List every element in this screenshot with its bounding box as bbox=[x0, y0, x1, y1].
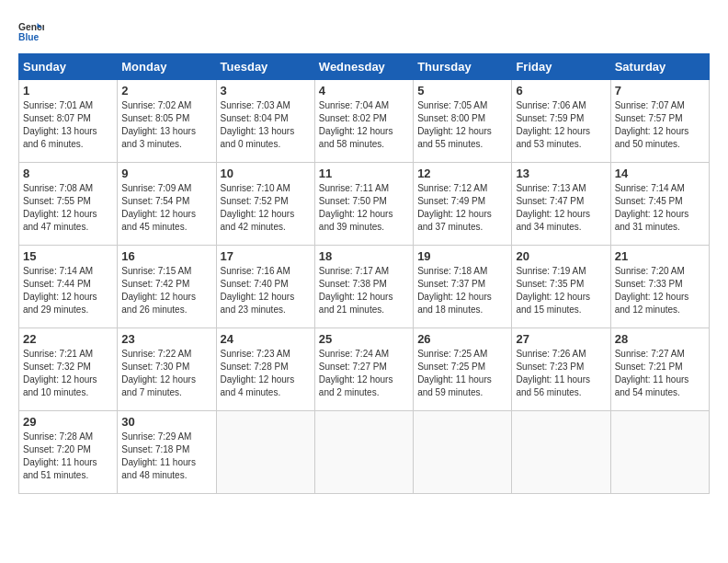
day-info: Sunrise: 7:09 AM Sunset: 7:54 PM Dayligh… bbox=[121, 182, 211, 234]
sunset: Sunset: 7:57 PM bbox=[615, 113, 683, 123]
day-cell-30: 30 Sunrise: 7:29 AM Sunset: 7:18 PM Dayl… bbox=[118, 411, 216, 494]
sunrise: Sunrise: 7:15 AM bbox=[121, 266, 191, 276]
sunrise: Sunrise: 7:28 AM bbox=[23, 431, 93, 442]
day-info: Sunrise: 7:23 AM Sunset: 7:28 PM Dayligh… bbox=[221, 348, 311, 399]
day-info: Sunrise: 7:10 AM Sunset: 7:52 PM Dayligh… bbox=[221, 182, 311, 234]
daylight: Daylight: 12 hours and 45 minutes. bbox=[121, 209, 196, 232]
sunset: Sunset: 7:27 PM bbox=[319, 362, 387, 372]
calendar-header-row: SundayMondayTuesdayWednesdayThursdayFrid… bbox=[19, 54, 710, 80]
daylight: Daylight: 12 hours and 21 minutes. bbox=[319, 292, 393, 315]
sunrise: Sunrise: 7:01 AM bbox=[23, 100, 93, 110]
day-cell-25: 25 Sunrise: 7:24 AM Sunset: 7:27 PM Dayl… bbox=[314, 328, 413, 411]
day-number: 6 bbox=[516, 84, 606, 98]
day-info: Sunrise: 7:27 AM Sunset: 7:21 PM Dayligh… bbox=[615, 348, 705, 399]
daylight: Daylight: 12 hours and 55 minutes. bbox=[417, 126, 492, 149]
sunrise: Sunrise: 7:29 AM bbox=[121, 431, 191, 442]
sunset: Sunset: 8:04 PM bbox=[221, 113, 289, 123]
daylight: Daylight: 12 hours and 26 minutes. bbox=[121, 292, 196, 315]
daylight: Daylight: 12 hours and 53 minutes. bbox=[516, 126, 590, 149]
day-cell-20: 20 Sunrise: 7:19 AM Sunset: 7:35 PM Dayl… bbox=[512, 246, 610, 328]
day-number: 9 bbox=[121, 167, 211, 180]
day-info: Sunrise: 7:03 AM Sunset: 8:04 PM Dayligh… bbox=[221, 99, 311, 151]
day-number: 15 bbox=[23, 249, 113, 263]
logo-icon: General Blue bbox=[18, 18, 44, 44]
daylight: Daylight: 12 hours and 2 minutes. bbox=[319, 374, 393, 397]
sunrise: Sunrise: 7:16 AM bbox=[221, 266, 290, 276]
day-info: Sunrise: 7:14 AM Sunset: 7:44 PM Dayligh… bbox=[23, 265, 113, 316]
daylight: Daylight: 11 hours and 54 minutes. bbox=[615, 374, 689, 397]
sunrise: Sunrise: 7:11 AM bbox=[319, 183, 389, 193]
daylight: Daylight: 13 hours and 6 minutes. bbox=[23, 126, 97, 149]
day-number: 8 bbox=[23, 167, 113, 180]
calendar-header-wednesday: Wednesday bbox=[314, 54, 413, 80]
day-info: Sunrise: 7:29 AM Sunset: 7:18 PM Dayligh… bbox=[121, 431, 211, 482]
sunrise: Sunrise: 7:25 AM bbox=[417, 349, 487, 359]
sunset: Sunset: 7:42 PM bbox=[121, 279, 189, 289]
day-cell-29: 29 Sunrise: 7:28 AM Sunset: 7:20 PM Dayl… bbox=[19, 411, 118, 494]
empty-cell bbox=[414, 411, 512, 494]
day-cell-2: 2 Sunrise: 7:02 AM Sunset: 8:05 PM Dayli… bbox=[118, 80, 216, 163]
day-number: 13 bbox=[516, 167, 606, 180]
calendar-header-sunday: Sunday bbox=[19, 54, 118, 80]
sunset: Sunset: 7:45 PM bbox=[615, 196, 683, 206]
day-number: 5 bbox=[417, 84, 507, 98]
daylight: Daylight: 12 hours and 7 minutes. bbox=[121, 374, 196, 397]
day-cell-8: 8 Sunrise: 7:08 AM Sunset: 7:55 PM Dayli… bbox=[19, 163, 118, 246]
sunrise: Sunrise: 7:26 AM bbox=[516, 349, 586, 359]
day-number: 1 bbox=[23, 84, 113, 98]
day-cell-12: 12 Sunrise: 7:12 AM Sunset: 7:49 PM Dayl… bbox=[414, 163, 512, 246]
daylight: Daylight: 12 hours and 4 minutes. bbox=[221, 374, 295, 397]
day-info: Sunrise: 7:07 AM Sunset: 7:57 PM Dayligh… bbox=[615, 99, 705, 151]
day-info: Sunrise: 7:21 AM Sunset: 7:32 PM Dayligh… bbox=[23, 348, 113, 399]
daylight: Daylight: 12 hours and 37 minutes. bbox=[417, 209, 492, 232]
day-info: Sunrise: 7:19 AM Sunset: 7:35 PM Dayligh… bbox=[516, 265, 606, 316]
day-number: 4 bbox=[319, 84, 409, 98]
day-info: Sunrise: 7:05 AM Sunset: 8:00 PM Dayligh… bbox=[417, 99, 507, 151]
daylight: Daylight: 12 hours and 50 minutes. bbox=[615, 126, 689, 149]
sunrise: Sunrise: 7:18 AM bbox=[417, 266, 487, 276]
calendar-week-3: 15 Sunrise: 7:14 AM Sunset: 7:44 PM Dayl… bbox=[19, 246, 710, 328]
day-number: 25 bbox=[319, 332, 409, 346]
sunset: Sunset: 7:30 PM bbox=[121, 362, 189, 372]
sunrise: Sunrise: 7:14 AM bbox=[23, 266, 93, 276]
sunset: Sunset: 7:32 PM bbox=[23, 362, 91, 372]
day-cell-11: 11 Sunrise: 7:11 AM Sunset: 7:50 PM Dayl… bbox=[314, 163, 413, 246]
day-cell-10: 10 Sunrise: 7:10 AM Sunset: 7:52 PM Dayl… bbox=[216, 163, 314, 246]
daylight: Daylight: 12 hours and 39 minutes. bbox=[319, 209, 393, 232]
daylight: Daylight: 13 hours and 3 minutes. bbox=[121, 126, 196, 149]
day-number: 2 bbox=[121, 84, 211, 98]
day-cell-13: 13 Sunrise: 7:13 AM Sunset: 7:47 PM Dayl… bbox=[512, 163, 610, 246]
sunset: Sunset: 7:40 PM bbox=[221, 279, 289, 289]
calendar-week-5: 29 Sunrise: 7:28 AM Sunset: 7:20 PM Dayl… bbox=[19, 411, 710, 494]
day-number: 10 bbox=[221, 167, 311, 180]
day-cell-7: 7 Sunrise: 7:07 AM Sunset: 7:57 PM Dayli… bbox=[610, 80, 709, 163]
sunrise: Sunrise: 7:17 AM bbox=[319, 266, 389, 276]
day-cell-3: 3 Sunrise: 7:03 AM Sunset: 8:04 PM Dayli… bbox=[216, 80, 314, 163]
logo: General Blue bbox=[18, 18, 51, 44]
calendar-header-monday: Monday bbox=[118, 54, 216, 80]
daylight: Daylight: 12 hours and 23 minutes. bbox=[221, 292, 295, 315]
day-cell-26: 26 Sunrise: 7:25 AM Sunset: 7:25 PM Dayl… bbox=[414, 328, 512, 411]
day-number: 16 bbox=[121, 249, 211, 263]
sunrise: Sunrise: 7:22 AM bbox=[121, 349, 191, 359]
sunset: Sunset: 7:21 PM bbox=[615, 362, 683, 372]
daylight: Daylight: 12 hours and 10 minutes. bbox=[23, 374, 97, 397]
day-info: Sunrise: 7:04 AM Sunset: 8:02 PM Dayligh… bbox=[319, 99, 409, 151]
day-info: Sunrise: 7:11 AM Sunset: 7:50 PM Dayligh… bbox=[319, 182, 409, 234]
sunset: Sunset: 7:59 PM bbox=[516, 113, 584, 123]
day-info: Sunrise: 7:14 AM Sunset: 7:45 PM Dayligh… bbox=[615, 182, 705, 234]
day-cell-19: 19 Sunrise: 7:18 AM Sunset: 7:37 PM Dayl… bbox=[414, 246, 512, 328]
day-number: 18 bbox=[319, 249, 409, 263]
page-header: General Blue bbox=[18, 18, 710, 44]
day-info: Sunrise: 7:25 AM Sunset: 7:25 PM Dayligh… bbox=[417, 348, 507, 399]
daylight: Daylight: 13 hours and 0 minutes. bbox=[221, 126, 295, 149]
day-number: 20 bbox=[516, 249, 606, 263]
daylight: Daylight: 12 hours and 18 minutes. bbox=[417, 292, 492, 315]
sunrise: Sunrise: 7:03 AM bbox=[221, 100, 290, 110]
daylight: Daylight: 12 hours and 12 minutes. bbox=[615, 292, 689, 315]
day-cell-1: 1 Sunrise: 7:01 AM Sunset: 8:07 PM Dayli… bbox=[19, 80, 118, 163]
sunset: Sunset: 7:55 PM bbox=[23, 196, 91, 206]
calendar-week-4: 22 Sunrise: 7:21 AM Sunset: 7:32 PM Dayl… bbox=[19, 328, 710, 411]
daylight: Daylight: 11 hours and 56 minutes. bbox=[516, 374, 590, 397]
sunrise: Sunrise: 7:23 AM bbox=[221, 349, 290, 359]
